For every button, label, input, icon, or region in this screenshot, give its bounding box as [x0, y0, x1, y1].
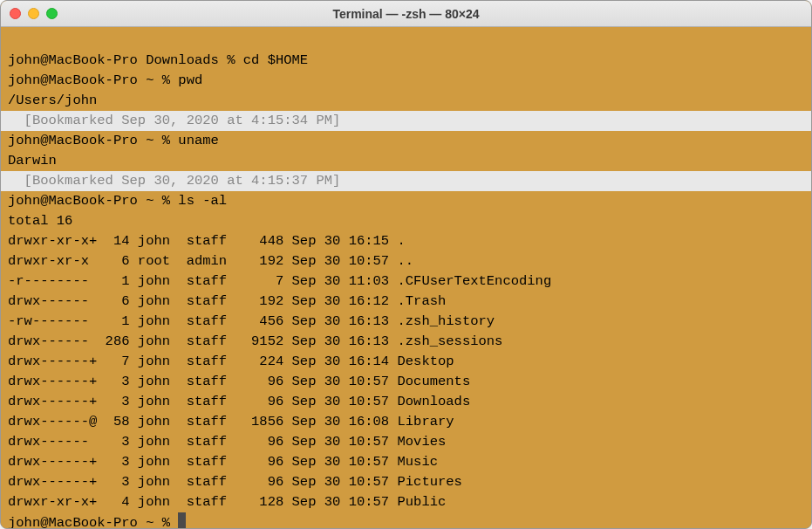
ls-row: drwx------+ 3 john staff 96 Sep 30 10:57…	[8, 374, 470, 389]
ls-row: drwx------@ 58 john staff 1856 Sep 30 16…	[8, 414, 454, 429]
cursor-icon	[178, 512, 186, 528]
ls-row: drwx------+ 7 john staff 224 Sep 30 16:1…	[8, 354, 454, 369]
window-title: Terminal — -zsh — 80×24	[1, 7, 811, 21]
term-line: total 16	[8, 213, 72, 229]
term-line: john@MacBook-Pro ~ % ls -al	[8, 193, 227, 209]
term-line: john@MacBook-Pro ~ % pwd	[8, 72, 202, 88]
prompt-line[interactable]: john@MacBook-Pro ~ %	[8, 515, 186, 528]
ls-row: drwx------+ 3 john staff 96 Sep 30 10:57…	[8, 474, 462, 490]
ls-row: drwx------ 286 john staff 9152 Sep 30 16…	[8, 333, 502, 349]
bookmark-line: [Bookmarked Sep 30, 2020 at 4:15:34 PM]	[1, 111, 811, 131]
titlebar[interactable]: Terminal — -zsh — 80×24	[1, 1, 811, 27]
terminal-window: Terminal — -zsh — 80×24 john@MacBook-Pro…	[0, 0, 812, 529]
traffic-lights	[10, 8, 58, 19]
prompt-text: john@MacBook-Pro ~ %	[8, 515, 178, 528]
ls-row: drwx------ 6 john staff 192 Sep 30 16:12…	[8, 293, 446, 309]
terminal-content[interactable]: john@MacBook-Pro Downloads % cd $HOME jo…	[1, 27, 811, 528]
minimize-icon[interactable]	[28, 8, 39, 19]
ls-row: -r-------- 1 john staff 7 Sep 30 11:03 .…	[8, 273, 551, 289]
term-line: Darwin	[8, 153, 57, 168]
maximize-icon[interactable]	[46, 8, 58, 19]
bookmark-line: [Bookmarked Sep 30, 2020 at 4:15:37 PM]	[1, 171, 811, 191]
term-line: /Users/john	[8, 93, 97, 108]
term-line: john@MacBook-Pro Downloads % cd $HOME	[8, 52, 308, 68]
term-line: john@MacBook-Pro ~ % uname	[8, 133, 219, 148]
ls-row: drwxr-xr-x 6 root admin 192 Sep 30 10:57…	[8, 253, 413, 269]
ls-row: drwx------ 3 john staff 96 Sep 30 10:57 …	[8, 434, 446, 450]
ls-row: drwxr-xr-x+ 14 john staff 448 Sep 30 16:…	[8, 233, 406, 249]
ls-row: drwxr-xr-x+ 4 john staff 128 Sep 30 10:5…	[8, 494, 446, 510]
close-icon[interactable]	[10, 8, 21, 19]
ls-row: -rw------- 1 john staff 456 Sep 30 16:13…	[8, 313, 495, 329]
ls-row: drwx------+ 3 john staff 96 Sep 30 10:57…	[8, 394, 470, 409]
ls-row: drwx------+ 3 john staff 96 Sep 30 10:57…	[8, 454, 438, 470]
